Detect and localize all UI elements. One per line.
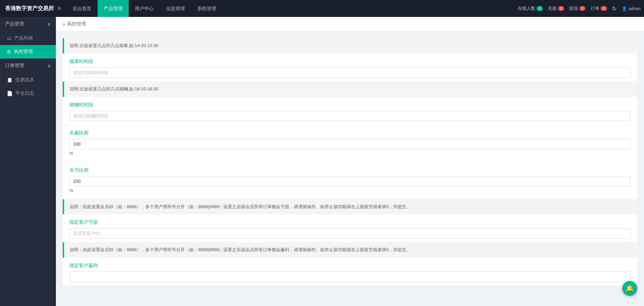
- withdraw-badge: 0: [579, 6, 585, 11]
- sidebar-item-product-list-label: 产品列表: [14, 35, 33, 41]
- field5-label: 指定客户亏损: [69, 219, 630, 225]
- order-label: 订单: [590, 5, 599, 12]
- sidebar-item-close-label: 平仓日志: [15, 90, 34, 96]
- field3-label: 全赢比例: [69, 130, 630, 136]
- field-stable-cricket-time: 稳蛐时间段: [63, 97, 637, 125]
- online-label: 在线人数: [518, 5, 535, 12]
- breadcrumb-sep: »: [63, 21, 65, 27]
- info-box-2: 说明:比如设置几点到几点稳蛐,如:18:10-18:30: [63, 82, 637, 97]
- field3-input[interactable]: [69, 139, 630, 149]
- order-badge: 0: [601, 6, 607, 11]
- field6-input[interactable]: [69, 271, 630, 282]
- recharge-item: 充值 0: [548, 5, 564, 12]
- online-count-item: 在线人数 1: [518, 5, 543, 12]
- sidebar-group-product[interactable]: 产品管理 ∨: [0, 17, 56, 31]
- info-box-4-text: 说明：此处设置会员ID（如：8888），多个用户用符号分开（如：8888|999…: [69, 247, 411, 252]
- admin-icon: 👤: [622, 6, 627, 11]
- risk-management-icon: ⚙: [7, 49, 11, 54]
- chevron-down-icon2: ∨: [47, 63, 51, 68]
- field1-label: 稳暴时间段: [69, 59, 630, 65]
- sidebar-item-trade-flow[interactable]: 📋 交易流水: [0, 73, 56, 87]
- sidebar-item-product-list[interactable]: 🗂 产品列表: [0, 31, 56, 45]
- refresh-icon[interactable]: ↻: [612, 5, 617, 12]
- nav-system-management[interactable]: 系统管理: [191, 0, 222, 17]
- menu-toggle-icon[interactable]: ≡: [58, 5, 61, 12]
- nav-home[interactable]: 后台首页: [66, 0, 98, 17]
- nav-info-management[interactable]: 信息管理: [160, 0, 191, 17]
- field4-input[interactable]: [69, 176, 630, 187]
- app-logo: 香港数字资产交易所: [3, 5, 58, 12]
- form-area: 说明:比如设置几点到几点稳暴,如:14:20-15:30 稳暴时间段 说明:比如…: [56, 31, 644, 292]
- top-right-info: 在线人数 1 充值 0 提现 0 订单 0 ↻ 👤 admin: [518, 5, 641, 12]
- info-box-2-text: 说明:比如设置几点到几点稳蛐,如:18:10-18:30: [69, 86, 158, 91]
- online-badge: 1: [537, 6, 543, 11]
- field4-unit: %: [69, 187, 630, 196]
- trade-flow-icon: 📋: [7, 77, 13, 83]
- nav-menu: 后台首页 产品管理 用户中心 信息管理 系统管理: [66, 0, 518, 17]
- sidebar-item-risk-label: 风控管理: [14, 49, 33, 55]
- sidebar-item-trade-label: 交易流水: [15, 77, 34, 83]
- main-content: » 风控管理 说明:比如设置几点到几点稳暴,如:14:20-15:30 稳暴时间…: [56, 17, 644, 306]
- close-log-icon: 📄: [7, 91, 13, 96]
- admin-account[interactable]: 👤 admin: [622, 6, 641, 11]
- nav-product-management[interactable]: 产品管理: [98, 0, 129, 17]
- sidebar: 产品管理 ∨ 🗂 产品列表 ⚙ 风控管理 订单管理 ∨ 📋 交易流水 📄 平仓日…: [0, 17, 56, 306]
- field-full-win-ratio: 全赢比例 %: [63, 125, 637, 162]
- order-item: 订单 0: [590, 5, 607, 12]
- form-section: 说明:比如设置几点到几点稳暴,如:14:20-15:30 稳暴时间段 说明:比如…: [63, 38, 637, 285]
- field-full-loss-ratio: 全亏比例 %: [63, 162, 637, 199]
- field4-label: 全亏比例: [69, 167, 630, 173]
- nav-user-center[interactable]: 用户中心: [129, 0, 160, 17]
- sidebar-group-order[interactable]: 订单管理 ∨: [0, 59, 56, 73]
- recharge-label: 充值: [548, 5, 557, 12]
- field6-label: 指定客户赢利: [69, 263, 630, 269]
- admin-name: admin: [629, 6, 641, 11]
- info-box-1: 说明:比如设置几点到几点稳暴,如:14:20-15:30: [63, 38, 637, 53]
- field5-input[interactable]: [69, 228, 630, 239]
- info-box-3-text: 说明：此处设置会员ID（如：8888），多个用户用符号分开（如：8888|999…: [69, 204, 411, 209]
- top-navigation: 香港数字资产交易所 ≡ 后台首页 产品管理 用户中心 信息管理 系统管理 在线人…: [0, 0, 644, 17]
- field2-label: 稳蛐时间段: [69, 102, 630, 108]
- breadcrumb: » 风控管理: [56, 17, 644, 31]
- withdraw-item: 提现 0: [569, 5, 585, 12]
- info-box-1-text: 说明:比如设置几点到几点稳暴,如:14:20-15:30: [69, 43, 158, 48]
- info-box-3: 说明：此处设置会员ID（如：8888），多个用户用符号分开（如：8888|999…: [63, 199, 637, 215]
- info-box-4: 说明：此处设置会员ID（如：8888），多个用户用符号分开（如：8888|999…: [63, 242, 637, 258]
- sidebar-item-close-log[interactable]: 📄 平仓日志: [0, 87, 56, 100]
- product-list-icon: 🗂: [7, 36, 12, 41]
- breadcrumb-current: 风控管理: [67, 21, 86, 27]
- field1-input[interactable]: [69, 67, 630, 78]
- bell-icon: 🔔: [626, 284, 634, 292]
- sidebar-item-risk-management[interactable]: ⚙ 风控管理: [0, 45, 56, 59]
- field-stable-boom-time: 稳暴时间段: [63, 53, 637, 81]
- field2-input[interactable]: [69, 111, 630, 121]
- chevron-down-icon: ∨: [47, 21, 51, 27]
- sidebar-group-product-label: 产品管理: [5, 21, 24, 27]
- sidebar-group-order-label: 订单管理: [5, 63, 24, 69]
- field3-unit: %: [69, 149, 630, 158]
- field-designated-customer-loss: 指定客户亏损: [63, 214, 637, 242]
- recharge-badge: 0: [558, 6, 564, 11]
- withdraw-label: 提现: [569, 5, 578, 12]
- field-designated-customer-profit: 指定客户赢利: [63, 258, 637, 285]
- float-notification-button[interactable]: 🔔: [622, 281, 637, 296]
